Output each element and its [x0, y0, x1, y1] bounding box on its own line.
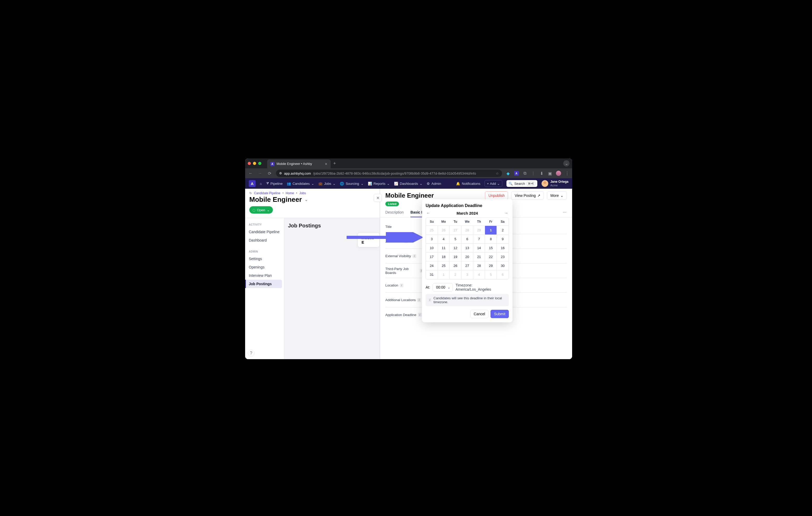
brand-logo[interactable]: A	[249, 180, 256, 187]
history-icon[interactable]: ↻	[249, 191, 252, 195]
calendar-day[interactable]: 23	[497, 252, 509, 262]
time-select[interactable]: 00:00 ⌄	[433, 283, 453, 292]
title-dropdown-icon[interactable]: ⌄	[304, 197, 308, 202]
job-status-button[interactable]: ◌ Open ⌄	[249, 206, 273, 214]
nav-sourcing[interactable]: 🌐Sourcing ⌄	[340, 182, 364, 186]
calendar-day[interactable]: 2	[497, 226, 509, 235]
calendar-day[interactable]: 1	[485, 226, 497, 235]
sidenav-candidate-pipeline[interactable]: Candidate Pipeline	[245, 228, 284, 236]
forward-button[interactable]: →	[257, 171, 263, 176]
calendar-day[interactable]: 31	[426, 270, 438, 279]
panel-overflow-icon[interactable]: ⋯	[563, 208, 567, 217]
calendar-day[interactable]: 20	[461, 252, 473, 262]
calendar-day[interactable]: 25	[438, 262, 450, 270]
downloads-icon[interactable]: ⬇	[539, 171, 544, 176]
info-icon[interactable]: i	[412, 254, 416, 258]
calendar-day[interactable]: 3	[461, 270, 473, 279]
posting-card[interactable]: Mobile E	[357, 233, 380, 247]
calendar-day[interactable]: 27	[450, 226, 461, 235]
calendar-day[interactable]: 21	[473, 252, 485, 262]
calendar-day[interactable]: 12	[450, 244, 461, 252]
nav-jobs[interactable]: 💼Jobs ⌄	[318, 182, 336, 186]
view-posting-button[interactable]: View Posting ↗	[511, 191, 544, 200]
browser-tab[interactable]: A Mobile Engineer • Ashby ✕	[267, 159, 331, 168]
info-icon[interactable]: i	[417, 298, 421, 302]
close-panel-button[interactable]: ✕	[374, 194, 382, 202]
unpublish-button[interactable]: Unpublish	[485, 191, 508, 200]
sidenav-openings[interactable]: Openings	[245, 263, 284, 271]
calendar-day[interactable]: 2	[450, 270, 461, 279]
calendar-day[interactable]: 24	[426, 262, 438, 270]
prev-month-button[interactable]: ←	[426, 211, 431, 215]
extension-icon-ashby[interactable]: A	[514, 171, 519, 176]
calendar-day[interactable]: 19	[450, 252, 461, 262]
reload-button[interactable]: ⟳	[267, 171, 272, 176]
minimize-window-icon[interactable]	[253, 162, 256, 165]
calendar-day[interactable]: 5	[485, 270, 497, 279]
calendar-day[interactable]: 26	[438, 226, 450, 235]
calendar-day[interactable]: 16	[497, 244, 509, 252]
menu-icon[interactable]: ⋮	[565, 171, 570, 176]
sidenav-interview-plan[interactable]: Interview Plan	[245, 271, 284, 280]
calendar-day[interactable]: 14	[473, 244, 485, 252]
calendar-day[interactable]: 9	[497, 235, 509, 244]
close-tab-icon[interactable]: ✕	[325, 162, 327, 166]
calendar-day[interactable]: 29	[485, 262, 497, 270]
calendar-day[interactable]: 28	[461, 226, 473, 235]
calendar-day[interactable]: 22	[485, 252, 497, 262]
cancel-button[interactable]: Cancel	[470, 310, 489, 318]
calendar-day[interactable]: 27	[461, 262, 473, 270]
sidenav-job-postings[interactable]: Job Postings	[245, 280, 282, 288]
calendar-day[interactable]: 10	[426, 244, 438, 252]
profile-avatar-icon[interactable]	[556, 171, 561, 176]
breadcrumb-jobs[interactable]: Jobs	[299, 191, 306, 195]
calendar-day[interactable]: 11	[438, 244, 450, 252]
calendar-day[interactable]: 3	[426, 235, 438, 244]
calendar-day[interactable]: 4	[438, 235, 450, 244]
submit-button[interactable]: Submit	[491, 310, 509, 318]
new-tab-button[interactable]: +	[333, 161, 336, 166]
calendar-day[interactable]: 30	[497, 262, 509, 270]
sidenav-dashboard[interactable]: Dashboard	[245, 236, 284, 244]
back-button[interactable]: ←	[248, 171, 254, 176]
site-settings-icon[interactable]: ⚙	[279, 172, 282, 175]
tab-description[interactable]: Description	[385, 208, 404, 217]
url-bar[interactable]: ⚙ app.ashbyhq.com/jobs/1f9726ba-2b92-487…	[276, 170, 502, 177]
calendar-day[interactable]: 1	[438, 270, 450, 279]
nav-candidates[interactable]: 👥Candidates ⌄	[287, 182, 314, 186]
nav-admin[interactable]: ⚙Admin	[427, 182, 441, 186]
extension-icon-1[interactable]: ◆	[506, 171, 511, 176]
breadcrumb-home[interactable]: Home	[286, 191, 294, 195]
search-button[interactable]: 🔍Search⌘+K	[506, 180, 537, 187]
info-icon[interactable]: i	[400, 284, 403, 287]
calendar-day[interactable]: 6	[461, 235, 473, 244]
calendar-day[interactable]: 6	[497, 270, 509, 279]
panels-icon[interactable]: ▣	[548, 171, 552, 176]
calendar-day[interactable]: 15	[485, 244, 497, 252]
bookmark-icon[interactable]: ☆	[496, 172, 499, 175]
calendar-day[interactable]: 4	[473, 270, 485, 279]
calendar-day[interactable]: 29	[473, 226, 485, 235]
close-window-icon[interactable]	[248, 162, 251, 165]
add-button[interactable]: + Add ⌄	[485, 180, 502, 187]
calendar-day[interactable]: 5	[450, 235, 461, 244]
more-button[interactable]: More ⌄	[547, 191, 567, 200]
calendar-day[interactable]: 18	[438, 252, 450, 262]
calendar-day[interactable]: 28	[473, 262, 485, 270]
info-icon[interactable]: i	[418, 313, 422, 316]
help-button[interactable]: ?	[248, 350, 255, 357]
maximize-window-icon[interactable]	[258, 162, 261, 165]
user-menu[interactable]: Jane OrtegaAcme	[542, 180, 569, 187]
calendar-day[interactable]: 8	[485, 235, 497, 244]
calendar-day[interactable]: 25	[426, 226, 438, 235]
tabs-dropdown-icon[interactable]: ⌄	[563, 160, 570, 166]
notifications-button[interactable]: 🔔Notifications	[456, 182, 480, 186]
nav-pipeline[interactable]: ⧩Pipeline	[266, 181, 283, 186]
nav-reports[interactable]: 📊Reports ⌄	[368, 182, 390, 186]
breadcrumb-pipeline[interactable]: Candidate Pipeline	[254, 191, 281, 195]
calendar-day[interactable]: 26	[450, 262, 461, 270]
calendar-day[interactable]: 7	[473, 235, 485, 244]
calendar-day[interactable]: 17	[426, 252, 438, 262]
info-icon[interactable]: i	[404, 240, 408, 243]
next-month-button[interactable]: →	[503, 211, 509, 215]
